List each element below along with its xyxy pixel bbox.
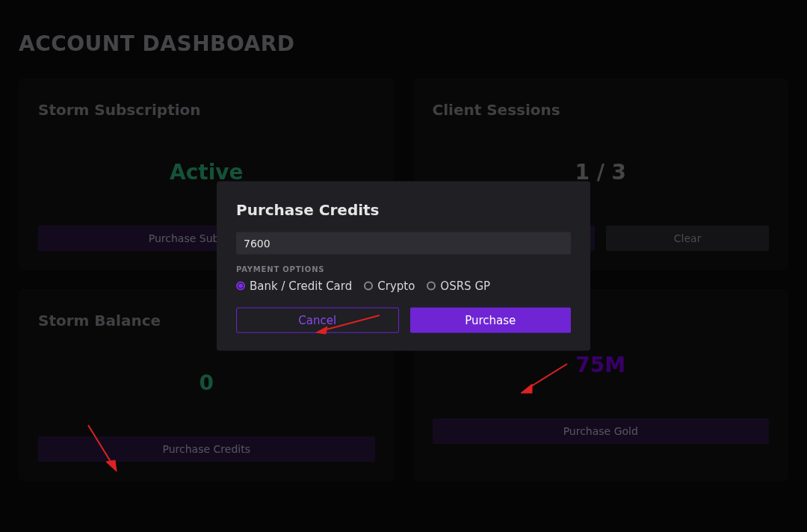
radio-bank-label: Bank / Credit Card xyxy=(250,279,352,293)
credits-amount-input[interactable] xyxy=(236,232,571,255)
payment-options-label: PAYMENT OPTIONS xyxy=(236,265,571,273)
cancel-button[interactable]: Cancel xyxy=(236,308,399,333)
radio-crypto-label: Crypto xyxy=(377,279,415,293)
purchase-credits-modal: Purchase Credits PAYMENT OPTIONS Bank / … xyxy=(217,182,590,351)
purchase-button[interactable]: Purchase xyxy=(410,308,572,333)
radio-osrs-label: OSRS GP xyxy=(440,279,490,293)
radio-crypto[interactable] xyxy=(364,282,373,291)
radio-bank[interactable] xyxy=(236,282,245,291)
radio-osrs[interactable] xyxy=(427,282,436,291)
modal-title: Purchase Credits xyxy=(236,201,571,219)
